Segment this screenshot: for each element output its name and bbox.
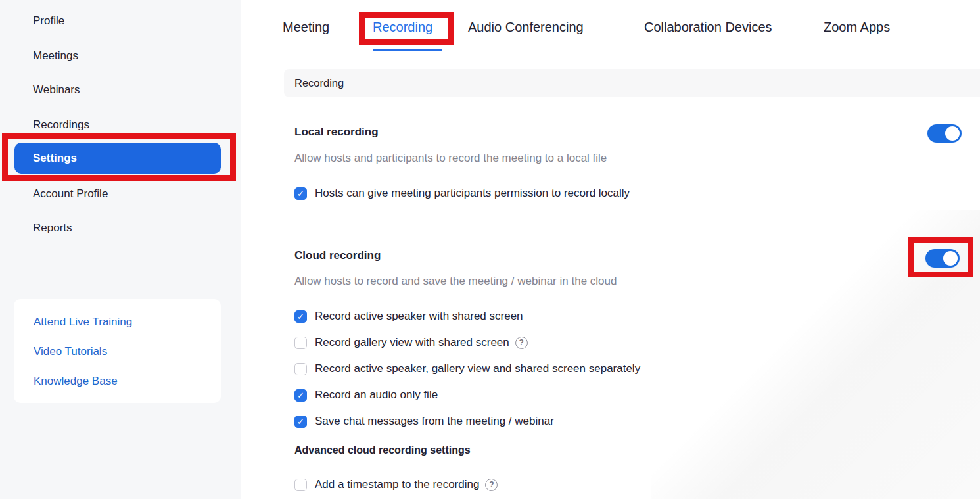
- option-label: Record gallery view with shared screen: [315, 336, 509, 349]
- toggle-knob: [945, 126, 960, 141]
- link-video-tutorials[interactable]: Video Tutorials: [14, 337, 221, 366]
- sidebar-item-reports[interactable]: Reports: [0, 222, 241, 235]
- tab-recording[interactable]: Recording: [373, 20, 432, 35]
- checkbox-icon[interactable]: ✓: [294, 479, 307, 491]
- checkbox-icon[interactable]: ✓: [294, 389, 307, 402]
- option-record-gallery-view-shared-screen[interactable]: ✓ Record gallery view with shared screen…: [294, 329, 640, 356]
- local-recording-toggle[interactable]: [927, 124, 962, 143]
- checkbox-icon[interactable]: ✓: [294, 310, 307, 323]
- help-icon[interactable]: ?: [485, 479, 498, 491]
- sidebar-item-profile[interactable]: Profile: [0, 14, 241, 28]
- cloud-recording-options: ✓ Record active speaker with shared scre…: [294, 303, 640, 435]
- checkbox-icon[interactable]: ✓: [294, 187, 307, 200]
- active-tab-underline: [373, 49, 442, 51]
- option-record-active-speaker-shared-screen[interactable]: ✓ Record active speaker with shared scre…: [294, 303, 640, 329]
- help-links-card: Attend Live Training Video Tutorials Kno…: [14, 299, 221, 403]
- option-label: Record an audio only file: [315, 389, 438, 402]
- option-label: Record active speaker, gallery view and …: [315, 362, 640, 375]
- tab-meeting[interactable]: Meeting: [283, 20, 329, 35]
- checkbox-icon[interactable]: ✓: [294, 416, 307, 428]
- option-label: Record active speaker with shared screen: [315, 310, 523, 323]
- sidebar-item-account-profile[interactable]: Account Profile: [0, 187, 241, 201]
- option-add-timestamp[interactable]: ✓ Add a timestamp to the recording ?: [294, 471, 498, 498]
- option-save-chat-messages[interactable]: ✓ Save chat messages from the meeting / …: [294, 408, 640, 435]
- option-label: Hosts can give meeting participants perm…: [315, 187, 630, 200]
- help-icon[interactable]: ?: [515, 337, 528, 349]
- option-record-audio-only[interactable]: ✓ Record an audio only file: [294, 382, 640, 408]
- cloud-recording-title: Cloud recording: [294, 249, 381, 262]
- toggle-knob: [943, 251, 958, 266]
- sidebar: Profile Meetings Webinars Recordings Set…: [0, 0, 241, 499]
- sidebar-item-webinars[interactable]: Webinars: [0, 83, 241, 97]
- tab-zoom-apps[interactable]: Zoom Apps: [824, 20, 890, 35]
- local-recording-title: Local recording: [294, 126, 379, 139]
- sidebar-item-meetings[interactable]: Meetings: [0, 49, 241, 62]
- sidebar-item-recordings[interactable]: Recordings: [0, 118, 241, 131]
- section-title: Recording: [294, 77, 344, 89]
- checkbox-icon[interactable]: ✓: [294, 363, 307, 375]
- section-header-recording: Recording: [284, 69, 980, 97]
- cloud-recording-toggle[interactable]: [925, 249, 960, 268]
- checkbox-icon[interactable]: ✓: [294, 337, 307, 349]
- tab-collaboration-devices[interactable]: Collaboration Devices: [644, 20, 772, 35]
- link-knowledge-base[interactable]: Knowledge Base: [14, 366, 221, 396]
- option-record-separately[interactable]: ✓ Record active speaker, gallery view an…: [294, 356, 640, 382]
- option-label: Add a timestamp to the recording: [315, 478, 479, 491]
- cloud-recording-description: Allow hosts to record and save the meeti…: [294, 275, 617, 288]
- sidebar-item-settings[interactable]: Settings: [14, 143, 221, 174]
- option-label: Save chat messages from the meeting / we…: [315, 415, 554, 428]
- tab-audio-conferencing[interactable]: Audio Conferencing: [468, 20, 584, 35]
- link-attend-live-training[interactable]: Attend Live Training: [14, 307, 221, 337]
- local-recording-description: Allow hosts and participants to record t…: [294, 152, 607, 165]
- option-hosts-permission-record-locally[interactable]: ✓ Hosts can give meeting participants pe…: [294, 180, 630, 206]
- advanced-cloud-settings-heading: Advanced cloud recording settings: [294, 444, 471, 456]
